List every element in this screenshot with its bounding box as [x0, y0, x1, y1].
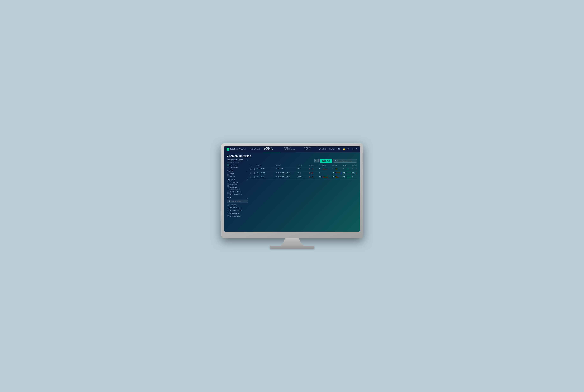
row1-cluster: Olive: [298, 168, 309, 170]
nav-threat-monitoring[interactable]: THREAT MONITORING: [283, 146, 301, 152]
app-container: ⚡ Data Threat Analytics DASHBOARD ANOMAL…: [224, 146, 360, 232]
row1-suspicious: 8k: [319, 168, 332, 170]
checkbox-vsphere[interactable]: vSphere VM: [227, 182, 248, 183]
radio-past-30d[interactable]: Past 30 days: [227, 166, 248, 168]
more-options-button[interactable]: •••: [314, 159, 319, 163]
checkbox-nas-share[interactable]: NAS Share: [227, 186, 248, 188]
brand: ⚡ Data Threat Analytics: [227, 148, 245, 151]
nav-events[interactable]: EVENTS: [319, 146, 326, 152]
chevron-up-icon-object: ▲: [246, 179, 248, 180]
row1-name[interactable]: 10.0.103.13: [257, 168, 276, 170]
cluster-item-cmd-edbvs[interactable]: cmd-cluster-edbvs: [227, 210, 248, 211]
monitor-wrapper: ⚡ Data Threat Analytics DASHBOARD ANOMAL…: [221, 143, 363, 249]
checkbox-nas-cloud-direct[interactable]: NAS Cloud Direct: [227, 191, 248, 193]
checkbox-warning[interactable]: Warning: [227, 175, 248, 177]
radio-dot-24h: [227, 162, 229, 164]
object-search-icon: 🔍: [335, 160, 337, 162]
checkbox-windows-volumes[interactable]: Windows Volumes: [227, 193, 248, 195]
row3-name[interactable]: 10.0.103.14: [257, 176, 276, 178]
monitor-screen: ⚡ Data Threat Analytics DASHBOARD ANOMAL…: [224, 146, 360, 232]
page-header: Anomaly Detection: [224, 152, 360, 159]
checkbox-warning-box: [227, 175, 229, 177]
row3-checkbox[interactable]: [250, 176, 253, 178]
monitor-base: [270, 246, 314, 249]
table-row: 🖥 10.0.103.14 10.10.16.169/colo-DC1 B-07…: [250, 175, 357, 179]
checkbox-critical[interactable]: Critical: [227, 173, 248, 174]
search-icon[interactable]: 🔍: [338, 148, 341, 150]
bell-icon[interactable]: 🔔: [343, 148, 345, 150]
object-search-input[interactable]: [337, 160, 356, 162]
col-suspicious: Suspicious: [319, 165, 332, 166]
brand-icon: ⚡: [227, 148, 229, 151]
row2-name[interactable]: 10.1.149.109: [257, 172, 276, 174]
col-modified: Modified: [352, 165, 357, 166]
cluster-item-cdm64qw[interactable]: cdm-cluster-64qw: [227, 207, 248, 208]
main-area: ••• RECOVER 🔍: [250, 159, 357, 230]
row2-location: 10.10.16.169/colo-DC1: [276, 172, 298, 174]
nav-anomaly-detection[interactable]: ANOMALY DETECTION: [263, 146, 281, 152]
object-search-box: 🔍: [333, 159, 357, 163]
nav-links: DASHBOARD ANOMALY DETECTION THREAT MONIT…: [249, 146, 338, 152]
cluster-search-icon: 🔍: [229, 200, 230, 202]
col-deleted: Deleted: [332, 165, 343, 166]
sidebar: Detection Time Range ▲ Past 24 hours Pas…: [227, 159, 248, 230]
row2-modified: 74k: [352, 172, 357, 174]
row2-icon: 🖥: [253, 172, 257, 174]
vm-icon: 🖥: [253, 168, 255, 170]
nav-icons: 🔍 🔔 ⏱ ⊞ ⚙: [338, 148, 358, 150]
radio-past-24h[interactable]: Past 24 hours: [227, 162, 248, 164]
row2-severity: Critical: [309, 172, 319, 174]
filter-detection-time-range: Detection Time Range ▲ Past 24 hours Pas…: [227, 159, 248, 168]
row1-modified: 1k: [352, 168, 357, 170]
severity-title[interactable]: Severity ▲: [227, 170, 248, 172]
col-severity: Severity: [309, 165, 319, 166]
nav-dashboard[interactable]: DASHBOARD: [249, 146, 260, 152]
row1-added: 2k: [343, 168, 352, 170]
col-select-all[interactable]: [250, 165, 253, 166]
recover-button[interactable]: RECOVER: [320, 159, 332, 163]
checkbox-windows-fileset[interactable]: Windows fileset: [227, 188, 248, 190]
row2-deleted: 11k: [332, 172, 343, 174]
top-nav: ⚡ Data Threat Analytics DASHBOARD ANOMAL…: [224, 146, 360, 152]
row2-added: 69k: [343, 172, 352, 174]
row2-checkbox[interactable]: [250, 172, 253, 174]
col-name[interactable]: Name ▾: [257, 165, 276, 166]
row1-location: 10.0.54.205: [276, 168, 298, 170]
col-location: Location: [276, 165, 298, 166]
cluster-list: B-100001 cdm-cluster-64qw cmd-cluster-ed…: [227, 204, 248, 218]
filter-severity: Severity ▲ Critical Warning: [227, 170, 248, 177]
content-area: Detection Time Range ▲ Past 24 hours Pas…: [224, 159, 360, 232]
cluster-item-nas-cloud[interactable]: NAS Cloud Direct: [227, 215, 248, 217]
chevron-up-icon: ▲: [246, 159, 248, 160]
row1-checkbox[interactable]: [250, 168, 253, 170]
filter-cluster: Cluster ▲ 🔍 B-100001: [227, 197, 248, 218]
clock-icon[interactable]: ⏱: [348, 148, 350, 150]
data-table: Name ▾ Location Cluster Severity Suspici…: [250, 164, 357, 230]
radio-dot-30d: [227, 166, 229, 168]
toolbar: ••• RECOVER 🔍: [250, 159, 357, 163]
nav-threat-hunts[interactable]: THREAT HUNTS: [304, 146, 316, 152]
detection-time-range-title[interactable]: Detection Time Range ▲: [227, 159, 248, 161]
row3-added: 65k: [343, 176, 352, 178]
row2-suspicious: 0: [319, 172, 332, 174]
cluster-item-b100001[interactable]: B-100001: [227, 204, 248, 206]
object-type-title[interactable]: Object Type ▲: [227, 179, 248, 180]
radio-past-7d[interactable]: Past 7 days: [227, 164, 248, 166]
cluster-title[interactable]: Cluster ▲: [227, 197, 248, 199]
monitor-stand: [276, 238, 308, 246]
row3-modified: 0: [352, 176, 357, 178]
row3-deleted: 19k: [332, 176, 343, 178]
row1-deleted: 1k: [332, 168, 343, 170]
col-cluster: Cluster: [298, 165, 309, 166]
checkbox-critical-box: [227, 173, 229, 174]
nav-reports[interactable]: REPORTS: [329, 146, 338, 152]
cluster-item-cdm98[interactable]: cdm- cluster-98: [227, 212, 248, 214]
cluster-search-input[interactable]: [231, 200, 246, 202]
row1-icon: 🖥: [253, 168, 257, 170]
settings-icon[interactable]: ⚙: [356, 148, 358, 150]
chevron-up-icon-cluster: ▲: [246, 197, 248, 198]
radio-dot-7d: [227, 164, 229, 166]
grid-icon[interactable]: ⊞: [352, 148, 354, 150]
checkbox-linux-fileset[interactable]: Linux fileset: [227, 184, 248, 186]
page-title: Anomaly Detection: [227, 154, 357, 158]
